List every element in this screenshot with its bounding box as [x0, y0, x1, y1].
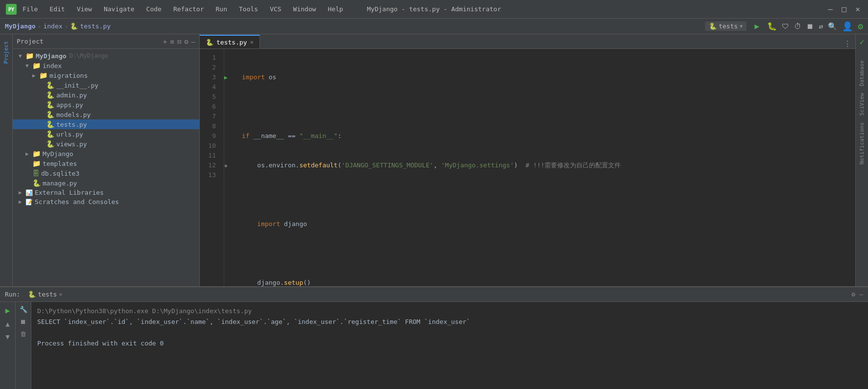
- tree-item-apps[interactable]: ▶ 🐍 apps.py: [13, 100, 199, 110]
- tree-label-apps: apps.py: [56, 101, 83, 109]
- fn-setup: setup: [284, 278, 303, 286]
- translate-button[interactable]: ⇄: [819, 22, 823, 31]
- gutter-8: [224, 121, 234, 131]
- py-file-icon: 🐍: [46, 140, 54, 148]
- tree-item-index[interactable]: ▼ 📁 index: [13, 61, 199, 70]
- tree-label-admin: admin.py: [56, 92, 87, 99]
- panel-header: Project + ≡ ⊟ ⚙ —: [13, 34, 199, 49]
- var-os2: os: [257, 160, 265, 170]
- menu-tools[interactable]: Tools: [237, 4, 260, 14]
- var-django2: django: [257, 278, 280, 286]
- wrench-icon[interactable]: 🔧: [20, 306, 27, 313]
- tree-item-tests[interactable]: ▶ 🐍 tests.py: [13, 119, 199, 129]
- menu-help[interactable]: Help: [326, 4, 345, 14]
- code-line-3: if __name__ == "__main__":: [242, 131, 855, 141]
- run-config-selector[interactable]: 🐍 tests ▼: [705, 22, 747, 31]
- run-minimize-icon[interactable]: —: [859, 291, 863, 298]
- collapse-icon[interactable]: ⊟: [177, 38, 181, 46]
- close-button[interactable]: ✕: [853, 5, 862, 14]
- gear-icon[interactable]: ⚙: [184, 38, 188, 46]
- breadcrumb-index[interactable]: index: [43, 23, 62, 30]
- tab-close-icon[interactable]: ✕: [250, 39, 254, 46]
- settings-icon[interactable]: ⚙: [858, 21, 863, 31]
- run-play-icon[interactable]: ▶: [5, 306, 10, 315]
- tree-item-templates[interactable]: ▶ 📁 templates: [13, 159, 199, 168]
- tree-label-urls: urls.py: [56, 131, 83, 138]
- debug-button[interactable]: 🐛: [767, 22, 777, 31]
- stop2-icon[interactable]: ⏹: [20, 318, 26, 325]
- right-tab-sciview[interactable]: SciView: [859, 93, 865, 115]
- tree-label-models: models.py: [56, 111, 91, 118]
- expand-arrow: ▶: [25, 151, 32, 157]
- editor-tab-tests[interactable]: 🐍 tests.py ✕: [200, 35, 260, 48]
- paren2: ): [514, 160, 518, 170]
- menu-edit[interactable]: Edit: [47, 4, 67, 14]
- right-tab-notifications[interactable]: Notifications: [859, 122, 865, 164]
- coverage-button[interactable]: 🛡: [782, 22, 789, 31]
- tree-item-db[interactable]: ▶ 🗄 db.sqlite3: [13, 168, 199, 178]
- line-num-1: 1: [200, 53, 219, 63]
- menu-vcs[interactable]: VCS: [268, 4, 283, 14]
- run-scroll-up-icon[interactable]: ▲: [5, 320, 9, 328]
- editor-menu-icon[interactable]: ⋮: [844, 39, 851, 48]
- dot2: .: [296, 160, 300, 170]
- tree-item-views[interactable]: ▶ 🐍 views.py: [13, 139, 199, 149]
- gutter-13: [224, 170, 234, 180]
- menu-run[interactable]: Run: [214, 4, 229, 14]
- minimize-button[interactable]: —: [826, 5, 835, 14]
- code-content[interactable]: import os if __name__ == "__main__": os.…: [234, 49, 855, 286]
- gutter-3[interactable]: ▶: [224, 72, 234, 82]
- breadcrumb-filename: tests.py: [80, 23, 111, 30]
- code-line-5: [242, 190, 855, 200]
- minimize-panel-icon[interactable]: —: [191, 38, 195, 46]
- menu-code[interactable]: Code: [144, 4, 164, 14]
- tree-item-migrations[interactable]: ▶ 📁 migrations: [13, 70, 199, 80]
- trash-icon[interactable]: 🗑: [20, 330, 26, 338]
- var-os: os: [269, 72, 277, 82]
- tree-item-mydjango2[interactable]: ▶ 📁 MyDjango: [13, 149, 199, 159]
- menu-file[interactable]: File: [21, 4, 40, 14]
- title-bar-left: PY File Edit View Navigate Code Refactor…: [6, 4, 345, 15]
- menu-navigate[interactable]: Navigate: [102, 4, 137, 14]
- run-tab-close-icon[interactable]: ✕: [59, 291, 62, 297]
- right-tab-database[interactable]: Database: [859, 60, 865, 86]
- tree-label-mydjango: MyDjango: [36, 52, 67, 60]
- run-settings-icon[interactable]: ⚙: [851, 291, 855, 298]
- tree-item-admin[interactable]: ▶ 🐍 admin.py: [13, 90, 199, 100]
- breadcrumb-project[interactable]: MyDjango: [5, 23, 36, 30]
- maximize-button[interactable]: □: [840, 5, 848, 14]
- search-button[interactable]: 🔍: [828, 22, 837, 31]
- tree-label-index: index: [43, 62, 62, 69]
- code-line-6: import django: [242, 219, 855, 229]
- tree-item-mydjango[interactable]: ▼ 📁 MyDjango D:\MyDjango: [13, 51, 199, 61]
- menu-view[interactable]: View: [75, 4, 94, 14]
- tree-item-extlibs[interactable]: ▶ 📊 External Libraries: [13, 188, 199, 197]
- check-status-icon: ✓: [860, 37, 865, 46]
- run-scroll-down-icon[interactable]: ▼: [5, 333, 9, 341]
- tree-item-urls[interactable]: ▶ 🐍 urls.py: [13, 129, 199, 139]
- list-icon[interactable]: ≡: [170, 38, 174, 46]
- tree-item-models[interactable]: ▶ 🐍 models.py: [13, 110, 199, 119]
- code-editor[interactable]: 1 2 3 4 5 6 7 8 9 10 11 12 13 ▶: [200, 49, 855, 286]
- indent4: [242, 160, 257, 170]
- gutter: ▶ ◈: [224, 49, 234, 286]
- menu-window[interactable]: Window: [291, 4, 318, 14]
- tree-item-init[interactable]: ▶ 🐍 __init__.py: [13, 80, 199, 90]
- gutter-6: [224, 102, 234, 112]
- tree-item-scratches[interactable]: ▶ 📝 Scratches and Consoles: [13, 197, 199, 206]
- run-button[interactable]: ▶: [751, 21, 762, 32]
- project-tab[interactable]: Project: [1, 36, 11, 69]
- paren3: (): [303, 278, 311, 286]
- py-file-icon: 🐍: [46, 111, 54, 118]
- gutter-4: [224, 82, 234, 92]
- menu-refactor[interactable]: Refactor: [171, 4, 206, 14]
- profile-button[interactable]: ⏱: [794, 22, 801, 31]
- add-icon[interactable]: +: [163, 38, 167, 46]
- line-num-12: 12: [200, 160, 219, 170]
- stop-button[interactable]: ⏹: [806, 22, 814, 31]
- kw-if: if: [242, 131, 253, 141]
- tree-item-manage[interactable]: ▶ 🐍 manage.py: [13, 178, 199, 188]
- run-tab-tests[interactable]: 🐍 tests ✕: [24, 289, 66, 300]
- user-icon[interactable]: 👤: [842, 21, 853, 31]
- breadcrumb-file[interactable]: 🐍 tests.py: [70, 23, 111, 30]
